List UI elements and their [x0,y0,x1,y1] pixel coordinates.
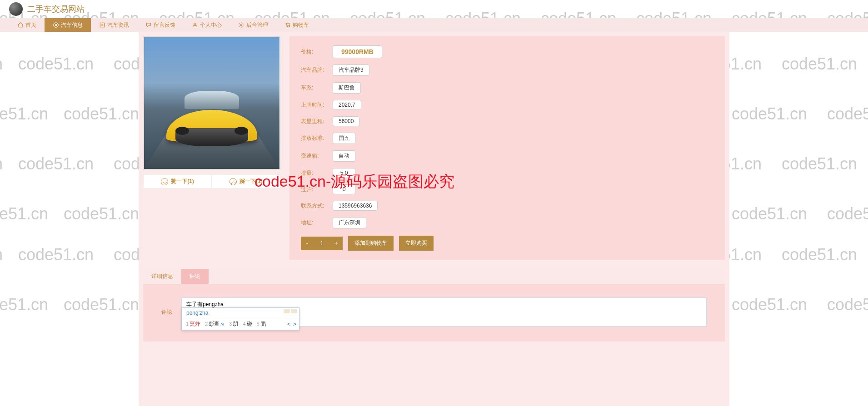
qty-minus-button[interactable]: - [301,237,314,250]
brand-value: 汽车品牌3 [333,64,369,76]
series-label: 车系: [301,84,333,92]
header: 二手车交易网站 [0,0,868,18]
qty-plus-button[interactable]: + [330,237,343,250]
gearbox-value: 自动 [333,150,355,162]
mileage-label: 表显里程: [301,118,333,125]
nav-car-info-label: 汽车信息 [61,21,83,29]
message-icon [145,22,152,28]
qty-stepper: - 1 + [301,237,343,250]
vote-down-button[interactable]: 踩一下(1) [212,174,280,188]
nav-home[interactable]: 首页 [9,18,45,32]
ime-tool-icon[interactable] [291,309,297,313]
brand-label: 汽车品牌: [301,66,333,74]
sad-icon [229,178,237,185]
svg-point-6 [240,24,242,26]
nav-feedback-label: 留言反馈 [154,21,175,29]
ime-candidate[interactable]: 1烹炸 [185,320,202,328]
ime-tool-icon[interactable] [284,309,290,313]
displace-value: 5.0 [333,168,355,178]
nav-news-label: 汽车资讯 [107,21,129,29]
car-icon [53,22,59,28]
nav-bar: 首页 汽车信息 汽车资讯 留言反馈 个人中心 后台管理 购物车 [0,18,868,32]
emission-label: 排放标准: [301,134,333,142]
nav-cart-label: 购物车 [293,21,309,29]
car-image [143,36,280,170]
nav-cart[interactable]: 购物车 [276,18,317,32]
ime-candidate[interactable]: 3朋 [228,320,239,328]
series-value: 斯巴鲁 [333,82,361,94]
ime-next-button[interactable]: > [293,321,296,327]
nav-profile-label: 个人中心 [200,21,222,29]
buy-now-button[interactable]: 立即购买 [399,236,434,251]
contact-label: 联系方式: [301,202,333,210]
nav-admin-label: 后台管理 [246,21,268,29]
contact-value: 13596963636 [333,201,378,211]
transfer-value: 0 [333,184,355,194]
nav-car-info[interactable]: 汽车信息 [45,18,91,32]
gearbox-label: 变速箱: [301,152,333,160]
comment-label: 评论 [161,297,172,316]
ime-candidate[interactable]: 2彭查名 [204,320,226,328]
svg-point-5 [194,23,196,25]
regdate-value: 2020.7 [333,100,361,110]
ime-candidate-box: peng'zha 1烹炸2彭查名3朋4碰5鹏 < > [181,307,299,330]
transfer-label: 过户: [301,186,333,193]
vote-up-button[interactable]: 赞一下(1) [143,174,212,188]
logo-icon [9,2,23,16]
site-title: 二手车交易网站 [27,4,85,15]
cart-icon [284,22,291,28]
nav-admin[interactable]: 后台管理 [230,18,276,32]
ime-pinyin: peng'zha [182,308,299,318]
smile-icon [161,178,168,185]
svg-point-1 [55,24,57,26]
tab-detail[interactable]: 详细信息 [143,269,181,284]
comment-panel: 评论 车子有pengzha peng'zha 1烹炸2彭查名3朋4碰5 [143,284,725,342]
news-icon [99,22,105,28]
add-to-cart-button[interactable]: 添加到购物车 [348,236,394,251]
tabs: 详细信息 评论 [143,269,725,284]
addr-label: 地址: [301,219,333,227]
home-icon [17,22,24,28]
vote-up-label: 赞一下(1) [171,178,194,185]
price-label: 价格: [301,48,333,56]
ime-nav: < > [287,321,296,327]
svg-point-0 [54,23,59,28]
nav-home-label: 首页 [25,21,36,29]
user-icon [192,22,198,28]
details-panel: 价格:99000RMB 汽车品牌:汽车品牌3 车系:斯巴鲁 上牌时间:2020.… [289,36,725,260]
emission-value: 国五 [333,133,355,144]
svg-point-7 [287,26,288,27]
nav-news[interactable]: 汽车资讯 [91,18,137,32]
ime-candidate[interactable]: 4碰 [241,320,253,328]
qty-value: 1 [314,237,330,250]
nav-profile[interactable]: 个人中心 [184,18,230,32]
vote-down-label: 踩一下(1) [239,178,263,185]
ime-prev-button[interactable]: < [287,321,290,327]
displace-label: 排量: [301,169,333,177]
tab-comment[interactable]: 评论 [181,269,209,284]
mileage-value: 56000 [333,116,359,126]
admin-icon [238,22,244,28]
svg-point-8 [289,26,290,27]
regdate-label: 上牌时间: [301,101,333,109]
ime-candidate[interactable]: 5鹏 [255,320,267,328]
nav-feedback[interactable]: 留言反馈 [137,18,184,32]
addr-value: 广东深圳 [333,217,366,228]
price-value: 99000RMB [333,45,382,58]
